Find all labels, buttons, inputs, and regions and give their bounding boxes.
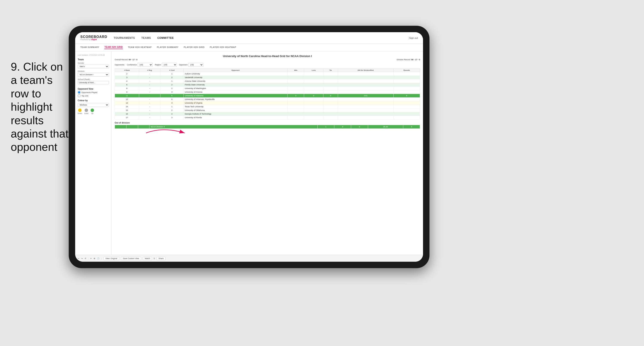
out-division-loss: 0 (334, 125, 351, 129)
right-panel: University of North Carolina Head-to-Hea… (112, 51, 423, 255)
col-rank: # Rank (115, 69, 139, 72)
filter-region: Region (All) (155, 63, 177, 67)
left-panel: Last Updated: 27/03/2024 16:55:38 Team G… (75, 51, 112, 255)
col-conf: # Conf (160, 69, 184, 72)
conference-filter-select[interactable]: (All) (138, 63, 153, 67)
col-tie: Tie (324, 69, 338, 72)
logo-title: SCOREBOARD (80, 35, 107, 39)
view-original-btn[interactable]: View: Original (104, 257, 119, 260)
table-header-row: # Rank # Reg # Conf Opponent Win Loss Ti… (115, 69, 420, 72)
tab-team-summary[interactable]: TEAM SUMMARY (80, 46, 99, 49)
school-label: School (Rank) (78, 78, 109, 80)
sub-nav: TEAM SUMMARY TEAM H2H GRID TEAM H2H HEAT… (75, 44, 423, 51)
tab-player-h2h-heatmap[interactable]: PLAYER H2H HEATMAP (210, 46, 236, 49)
out-division-row[interactable]: NCAA Division II 1 0 0 26.00 3 (115, 125, 420, 129)
legend-dot-down (78, 108, 82, 112)
table-row[interactable]: 11-5University of Alabama3002.618 (115, 94, 420, 98)
col-loss: Loss (304, 69, 324, 72)
h2h-grid-table: # Rank # Reg # Conf Opponent Win Loss Ti… (115, 68, 420, 119)
out-division-win: 1 (318, 125, 334, 129)
instruction-text: 9. Click on a team's row to highlight re… (11, 60, 71, 154)
clock-icon[interactable]: 🕐 (97, 257, 100, 260)
opponent-filter-select[interactable]: (All) (188, 63, 203, 67)
plus-icon[interactable]: ⊕ (94, 257, 95, 260)
radio-top-100: Top 100 (78, 94, 109, 97)
bottom-toolbar: ↩ ↪ ↺ | ✂ ⊕ 🕐 | View: Original Save Cust… (75, 255, 423, 262)
share-btn[interactable]: Share (156, 257, 166, 260)
legend-dot-level (84, 108, 88, 112)
table-row[interactable]: 16-4Georgia Institute of Technology (115, 112, 420, 116)
watch-btn[interactable]: Watch (143, 257, 152, 260)
out-division-rounds: 3 (403, 125, 420, 129)
tab-player-summary[interactable]: PLAYER SUMMARY (157, 46, 178, 49)
scissors-icon[interactable]: ✂ (90, 257, 92, 260)
radio-opponents-played: Opponents Played (78, 91, 109, 94)
colour-by-select[interactable]: Win/loss (78, 103, 109, 107)
col-win: Win (288, 69, 304, 72)
filter-opponent: Opponent (All) (179, 63, 204, 67)
gender-label: Gender (78, 62, 109, 64)
gender-select[interactable]: Men's (78, 64, 109, 68)
division-select[interactable]: NCAA Division I (78, 73, 109, 77)
legend-up: Up (90, 108, 94, 114)
legend-down: Down (78, 108, 82, 114)
legend-dot-up (90, 108, 94, 112)
overall-record: Overall Record: 89 - 17 - 0 (115, 58, 138, 61)
main-content: Last Updated: 27/03/2024 16:55:38 Team G… (75, 51, 423, 255)
tab-team-h2h-heatmap[interactable]: TEAM H2H HEATMAP (128, 46, 152, 49)
reset-icon[interactable]: ↺ (84, 257, 86, 260)
tab-player-h2h-grid[interactable]: PLAYER H2H GRID (184, 46, 205, 49)
table-row[interactable]: 8-2University of Washington (115, 87, 420, 90)
out-division-name: NCAA Division II (150, 125, 318, 129)
division-label: Division (78, 70, 109, 72)
table-row[interactable]: 3-2Vanderbilt University (115, 76, 420, 79)
grid-title: University of North Carolina Head-to-Hea… (115, 54, 420, 58)
col-diff: Diff Av Strokes/Rnd (338, 69, 394, 72)
top-nav: SCOREBOARD Powered by clippd TOURNAMENTS… (75, 32, 423, 44)
tablet-frame: SCOREBOARD Powered by clippd TOURNAMENTS… (69, 26, 430, 268)
nav-committee[interactable]: COMMITTEE (158, 36, 174, 39)
table-row[interactable]: 2-1Auburn University (115, 72, 420, 76)
nav-items: TOURNAMENTS TEAMS COMMITTEE (114, 36, 408, 39)
out-division-table: NCAA Division II 1 0 0 26.00 3 (115, 125, 420, 129)
out-division-tie: 0 (351, 125, 368, 129)
table-row[interactable]: 4-1Arizona State University (115, 79, 420, 83)
table-row[interactable]: 17-3University of Florida (115, 116, 420, 119)
colour-by-title: Colour by (78, 99, 109, 102)
redo-icon[interactable]: ↪ (81, 257, 83, 260)
grid-records: Overall Record: 89 - 17 - 0 Division Rec… (115, 58, 420, 61)
table-row[interactable]: 9-3University of Arizona (115, 90, 420, 94)
save-custom-view-btn[interactable]: Save Custom View (121, 257, 141, 260)
tablet-screen: SCOREBOARD Powered by clippd TOURNAMENTS… (75, 32, 423, 262)
legend-row: Down Level Up (78, 108, 109, 114)
logo-sub: Powered by clippd (80, 39, 107, 40)
table-row[interactable]: 12-6University of Arkansas, Fayetteville (115, 98, 420, 101)
school-input[interactable] (78, 81, 109, 84)
table-row[interactable]: 6-2Florida State University (115, 83, 420, 87)
tab-team-h2h-grid[interactable]: TEAM H2H GRID (104, 46, 122, 49)
region-filter-select[interactable]: (All) (162, 63, 177, 67)
col-rounds: Rounds (394, 69, 420, 72)
team-label: Team (78, 58, 109, 61)
out-division-label: Out of division (115, 121, 420, 125)
filter-row: Opponents: Conference (All) Region (All) (115, 63, 420, 67)
out-division-diff: 26.00 (368, 125, 403, 129)
opponent-view-title: Opponent View (78, 88, 109, 90)
nav-tournaments[interactable]: TOURNAMENTS (114, 36, 135, 39)
col-reg: # Reg (139, 69, 160, 72)
nav-teams[interactable]: TEAMS (141, 36, 151, 39)
filter-conference: Conference (All) (127, 63, 153, 67)
share-icon[interactable]: ⎘ (154, 257, 155, 260)
col-opponent: Opponent (184, 69, 288, 72)
logo: SCOREBOARD Powered by clippd (80, 35, 107, 40)
table-row[interactable]: 15-2University of Oklahoma (115, 108, 420, 112)
table-row[interactable]: 14-1Texas Tech University (115, 105, 420, 108)
legend-level: Level (84, 108, 88, 114)
table-row[interactable]: 13-3University of Virginia (115, 101, 420, 105)
last-updated: Last Updated: 27/03/2024 16:55:38 (78, 54, 109, 56)
undo-icon[interactable]: ↩ (78, 257, 80, 260)
sign-out-link[interactable]: Sign out (409, 37, 418, 39)
division-record: Division Record: 88 - 17 - 0 (396, 58, 420, 61)
